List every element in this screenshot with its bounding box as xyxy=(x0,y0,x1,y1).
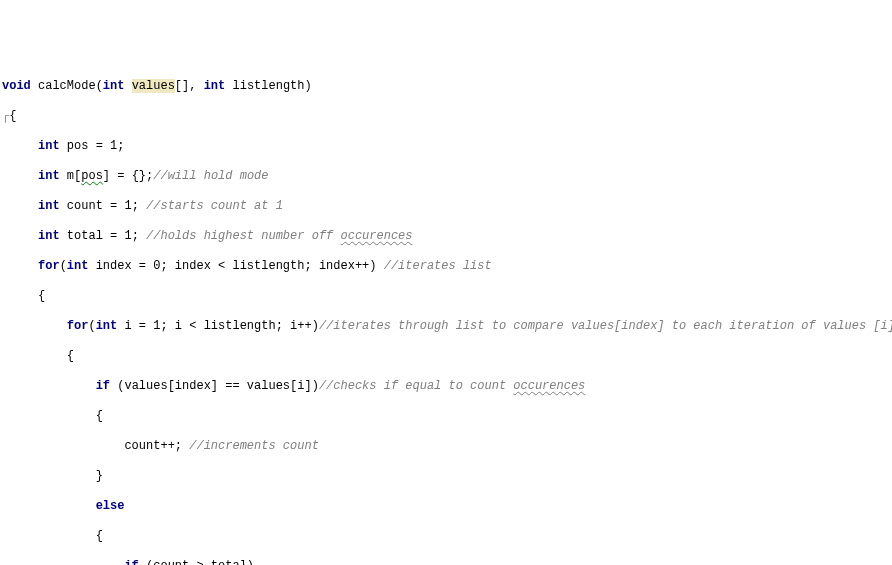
code-line: } xyxy=(2,469,890,484)
paren-close: ) xyxy=(305,79,312,93)
paren: ( xyxy=(60,259,67,273)
code-line: { xyxy=(2,409,890,424)
code-text: index = 0; index < listlength; index++) xyxy=(88,259,383,273)
code-line: { xyxy=(2,289,890,304)
comment-squiggle: occurences xyxy=(513,379,585,393)
comment-text: //checks if equal to count xyxy=(319,379,513,393)
param-values: values xyxy=(132,79,175,93)
code-line: count++; //increments count xyxy=(2,439,890,454)
keyword-int: int xyxy=(38,139,60,153)
keyword-int: int xyxy=(38,199,60,213)
code-line: int count = 1; //starts count at 1 xyxy=(2,199,890,214)
comment: //iterates list xyxy=(384,259,492,273)
squiggle-pos: pos xyxy=(81,169,103,183)
comment-text: //holds highest number off xyxy=(146,229,340,243)
code-text: (count > total) xyxy=(139,559,254,565)
code-line: { xyxy=(2,529,890,544)
brace: { xyxy=(9,109,16,123)
brace: { xyxy=(67,349,74,363)
keyword-if: if xyxy=(124,559,138,565)
code-line: int pos = 1; xyxy=(2,139,890,154)
keyword-if: if xyxy=(96,379,110,393)
paren-open: ( xyxy=(96,79,103,93)
code-line: { xyxy=(2,349,890,364)
comment-squiggle: occurences xyxy=(340,229,412,243)
code-text: total = 1; xyxy=(60,229,146,243)
code-line: if (count > total) xyxy=(2,559,890,565)
code-text: count = 1; xyxy=(60,199,146,213)
keyword-int: int xyxy=(67,259,89,273)
code-text: i = 1; i < listlength; i++) xyxy=(117,319,319,333)
code-line: for(int i = 1; i < listlength; i++)//ite… xyxy=(2,319,890,334)
keyword-int: int xyxy=(38,169,60,183)
brace: { xyxy=(38,289,45,303)
param-listlength: listlength xyxy=(232,79,304,93)
code-line: void calcMode(int values[], int listleng… xyxy=(2,79,890,94)
code-editor[interactable]: void calcMode(int values[], int listleng… xyxy=(2,64,890,565)
code-line: int total = 1; //holds highest number of… xyxy=(2,229,890,244)
keyword-int: int xyxy=(38,229,60,243)
keyword-int: int xyxy=(204,79,226,93)
code-text: count++; xyxy=(124,439,189,453)
comment: //checks if equal to count occurences xyxy=(319,379,585,393)
paren: ( xyxy=(88,319,95,333)
brace: { xyxy=(96,529,103,543)
comment: //will hold mode xyxy=(153,169,268,183)
code-text: pos = 1; xyxy=(60,139,125,153)
comment: //iterates through list to compare value… xyxy=(319,319,892,333)
code-text: m[ xyxy=(60,169,82,183)
brace: { xyxy=(96,409,103,423)
code-line: int m[pos] = {};//will hold mode xyxy=(2,169,890,184)
keyword-int: int xyxy=(103,79,125,93)
keyword-for: for xyxy=(38,259,60,273)
code-line: ┌{ xyxy=(2,109,890,124)
brace: } xyxy=(96,469,103,483)
param-suffix: [], xyxy=(175,79,204,93)
code-line: for(int index = 0; index < listlength; i… xyxy=(2,259,890,274)
keyword-void: void xyxy=(2,79,31,93)
code-line: if (values[index] == values[i])//checks … xyxy=(2,379,890,394)
code-line: else xyxy=(2,499,890,514)
comment: //holds highest number off occurences xyxy=(146,229,412,243)
comment: //increments count xyxy=(189,439,319,453)
function-name: calcMode xyxy=(38,79,96,93)
code-text: ] = {}; xyxy=(103,169,153,183)
keyword-int: int xyxy=(96,319,118,333)
keyword-else: else xyxy=(96,499,125,513)
code-text: (values[index] == values[i]) xyxy=(110,379,319,393)
keyword-for: for xyxy=(67,319,89,333)
comment: //starts count at 1 xyxy=(146,199,283,213)
